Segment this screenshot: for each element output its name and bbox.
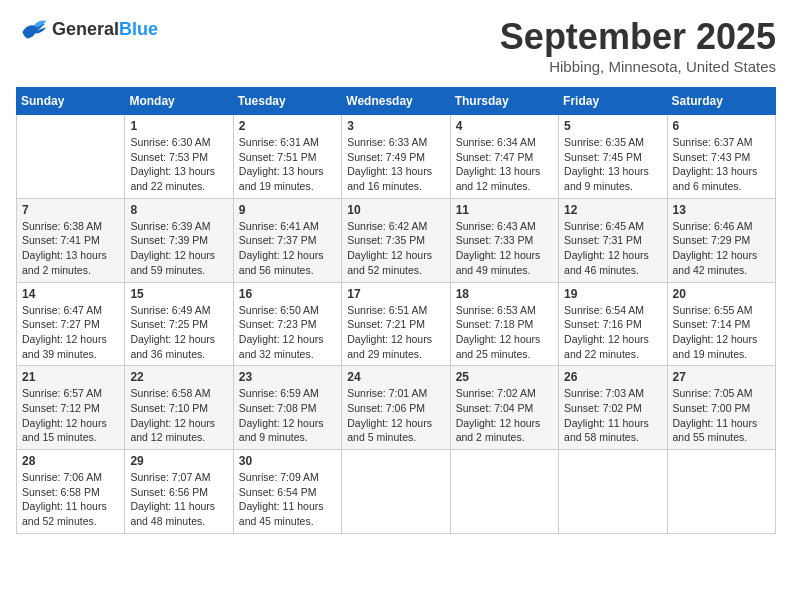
day-number: 7 [22,203,119,217]
calendar-cell: 25Sunrise: 7:02 AM Sunset: 7:04 PM Dayli… [450,366,558,450]
calendar-cell: 23Sunrise: 6:59 AM Sunset: 7:08 PM Dayli… [233,366,341,450]
calendar-week-row: 21Sunrise: 6:57 AM Sunset: 7:12 PM Dayli… [17,366,776,450]
calendar-cell [559,450,667,534]
day-number: 6 [673,119,770,133]
day-info: Sunrise: 6:58 AM Sunset: 7:10 PM Dayligh… [130,386,227,445]
day-number: 19 [564,287,661,301]
day-info: Sunrise: 6:55 AM Sunset: 7:14 PM Dayligh… [673,303,770,362]
calendar-cell: 16Sunrise: 6:50 AM Sunset: 7:23 PM Dayli… [233,282,341,366]
day-info: Sunrise: 6:49 AM Sunset: 7:25 PM Dayligh… [130,303,227,362]
day-info: Sunrise: 6:47 AM Sunset: 7:27 PM Dayligh… [22,303,119,362]
calendar-cell: 26Sunrise: 7:03 AM Sunset: 7:02 PM Dayli… [559,366,667,450]
day-number: 2 [239,119,336,133]
day-info: Sunrise: 6:34 AM Sunset: 7:47 PM Dayligh… [456,135,553,194]
calendar-cell: 2Sunrise: 6:31 AM Sunset: 7:51 PM Daylig… [233,115,341,199]
header-friday: Friday [559,88,667,115]
day-info: Sunrise: 6:30 AM Sunset: 7:53 PM Dayligh… [130,135,227,194]
day-info: Sunrise: 6:46 AM Sunset: 7:29 PM Dayligh… [673,219,770,278]
calendar-cell: 24Sunrise: 7:01 AM Sunset: 7:06 PM Dayli… [342,366,450,450]
calendar-cell: 1Sunrise: 6:30 AM Sunset: 7:53 PM Daylig… [125,115,233,199]
calendar-cell: 8Sunrise: 6:39 AM Sunset: 7:39 PM Daylig… [125,198,233,282]
logo-text: GeneralBlue [52,20,158,40]
day-number: 15 [130,287,227,301]
calendar-cell: 18Sunrise: 6:53 AM Sunset: 7:18 PM Dayli… [450,282,558,366]
logo: GeneralBlue [16,16,158,44]
day-info: Sunrise: 7:09 AM Sunset: 6:54 PM Dayligh… [239,470,336,529]
day-number: 13 [673,203,770,217]
calendar-cell: 15Sunrise: 6:49 AM Sunset: 7:25 PM Dayli… [125,282,233,366]
day-number: 10 [347,203,444,217]
day-number: 25 [456,370,553,384]
calendar-cell: 28Sunrise: 7:06 AM Sunset: 6:58 PM Dayli… [17,450,125,534]
header-thursday: Thursday [450,88,558,115]
day-number: 5 [564,119,661,133]
logo-icon [16,16,48,44]
day-number: 12 [564,203,661,217]
calendar-week-row: 1Sunrise: 6:30 AM Sunset: 7:53 PM Daylig… [17,115,776,199]
header-tuesday: Tuesday [233,88,341,115]
day-info: Sunrise: 6:35 AM Sunset: 7:45 PM Dayligh… [564,135,661,194]
calendar-week-row: 14Sunrise: 6:47 AM Sunset: 7:27 PM Dayli… [17,282,776,366]
day-number: 26 [564,370,661,384]
day-number: 14 [22,287,119,301]
title-block: September 2025 Hibbing, Minnesota, Unite… [500,16,776,75]
day-info: Sunrise: 7:02 AM Sunset: 7:04 PM Dayligh… [456,386,553,445]
day-number: 8 [130,203,227,217]
calendar-cell: 9Sunrise: 6:41 AM Sunset: 7:37 PM Daylig… [233,198,341,282]
day-info: Sunrise: 6:59 AM Sunset: 7:08 PM Dayligh… [239,386,336,445]
calendar-table: SundayMondayTuesdayWednesdayThursdayFrid… [16,87,776,534]
day-info: Sunrise: 6:31 AM Sunset: 7:51 PM Dayligh… [239,135,336,194]
calendar-cell [450,450,558,534]
calendar-cell: 22Sunrise: 6:58 AM Sunset: 7:10 PM Dayli… [125,366,233,450]
calendar-cell: 11Sunrise: 6:43 AM Sunset: 7:33 PM Dayli… [450,198,558,282]
day-info: Sunrise: 7:01 AM Sunset: 7:06 PM Dayligh… [347,386,444,445]
day-number: 21 [22,370,119,384]
location: Hibbing, Minnesota, United States [500,58,776,75]
day-number: 27 [673,370,770,384]
calendar-week-row: 28Sunrise: 7:06 AM Sunset: 6:58 PM Dayli… [17,450,776,534]
day-info: Sunrise: 7:07 AM Sunset: 6:56 PM Dayligh… [130,470,227,529]
header-wednesday: Wednesday [342,88,450,115]
calendar-cell: 13Sunrise: 6:46 AM Sunset: 7:29 PM Dayli… [667,198,775,282]
day-info: Sunrise: 6:41 AM Sunset: 7:37 PM Dayligh… [239,219,336,278]
month-title: September 2025 [500,16,776,58]
day-info: Sunrise: 6:57 AM Sunset: 7:12 PM Dayligh… [22,386,119,445]
header-monday: Monday [125,88,233,115]
day-number: 30 [239,454,336,468]
calendar-cell [17,115,125,199]
calendar-cell: 21Sunrise: 6:57 AM Sunset: 7:12 PM Dayli… [17,366,125,450]
day-info: Sunrise: 6:33 AM Sunset: 7:49 PM Dayligh… [347,135,444,194]
day-info: Sunrise: 7:03 AM Sunset: 7:02 PM Dayligh… [564,386,661,445]
day-number: 3 [347,119,444,133]
day-info: Sunrise: 6:42 AM Sunset: 7:35 PM Dayligh… [347,219,444,278]
calendar-cell: 17Sunrise: 6:51 AM Sunset: 7:21 PM Dayli… [342,282,450,366]
calendar-cell: 4Sunrise: 6:34 AM Sunset: 7:47 PM Daylig… [450,115,558,199]
day-info: Sunrise: 6:39 AM Sunset: 7:39 PM Dayligh… [130,219,227,278]
day-info: Sunrise: 6:51 AM Sunset: 7:21 PM Dayligh… [347,303,444,362]
calendar-cell: 14Sunrise: 6:47 AM Sunset: 7:27 PM Dayli… [17,282,125,366]
day-info: Sunrise: 6:50 AM Sunset: 7:23 PM Dayligh… [239,303,336,362]
calendar-cell [667,450,775,534]
calendar-cell: 19Sunrise: 6:54 AM Sunset: 7:16 PM Dayli… [559,282,667,366]
day-info: Sunrise: 6:53 AM Sunset: 7:18 PM Dayligh… [456,303,553,362]
day-info: Sunrise: 7:06 AM Sunset: 6:58 PM Dayligh… [22,470,119,529]
day-number: 1 [130,119,227,133]
day-info: Sunrise: 6:37 AM Sunset: 7:43 PM Dayligh… [673,135,770,194]
day-info: Sunrise: 6:38 AM Sunset: 7:41 PM Dayligh… [22,219,119,278]
calendar-cell: 30Sunrise: 7:09 AM Sunset: 6:54 PM Dayli… [233,450,341,534]
calendar-cell: 27Sunrise: 7:05 AM Sunset: 7:00 PM Dayli… [667,366,775,450]
calendar-cell: 5Sunrise: 6:35 AM Sunset: 7:45 PM Daylig… [559,115,667,199]
day-number: 20 [673,287,770,301]
day-info: Sunrise: 6:54 AM Sunset: 7:16 PM Dayligh… [564,303,661,362]
day-number: 28 [22,454,119,468]
calendar-week-row: 7Sunrise: 6:38 AM Sunset: 7:41 PM Daylig… [17,198,776,282]
day-info: Sunrise: 6:45 AM Sunset: 7:31 PM Dayligh… [564,219,661,278]
calendar-cell: 29Sunrise: 7:07 AM Sunset: 6:56 PM Dayli… [125,450,233,534]
calendar-header-row: SundayMondayTuesdayWednesdayThursdayFrid… [17,88,776,115]
calendar-cell: 6Sunrise: 6:37 AM Sunset: 7:43 PM Daylig… [667,115,775,199]
calendar-cell: 20Sunrise: 6:55 AM Sunset: 7:14 PM Dayli… [667,282,775,366]
day-number: 9 [239,203,336,217]
logo-name: GeneralBlue [52,20,158,40]
day-number: 24 [347,370,444,384]
header-sunday: Sunday [17,88,125,115]
